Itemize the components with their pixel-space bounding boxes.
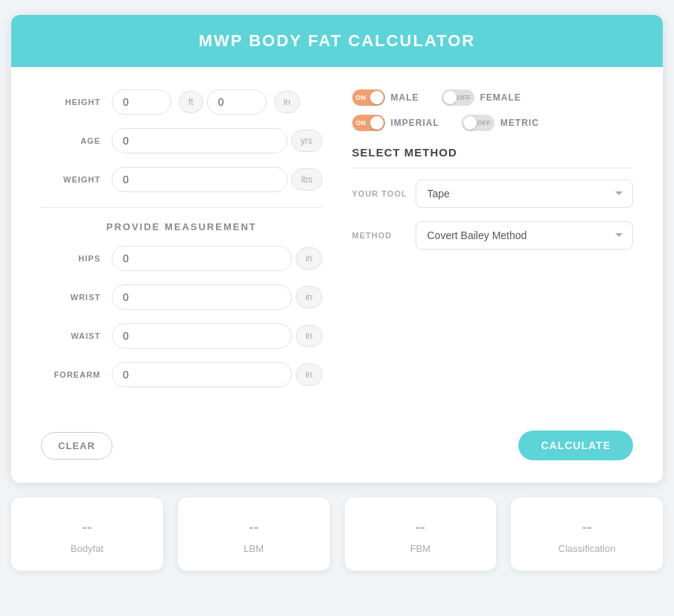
forearm-label: FOREARM: [41, 370, 101, 379]
classification-value: --: [522, 518, 652, 536]
weight-input[interactable]: [112, 167, 287, 192]
age-input[interactable]: [112, 128, 287, 153]
measurement-title: PROVIDE MEASUREMENT: [41, 221, 322, 232]
wrist-row: WRIST in: [41, 285, 322, 310]
lbm-label: LBM: [189, 543, 319, 554]
forearm-unit: in: [296, 363, 322, 386]
waist-row: WAIST in: [41, 323, 322, 349]
hips-input[interactable]: [112, 246, 292, 271]
forearm-input[interactable]: [112, 362, 292, 387]
tool-row: YOUR TOOL Tape Calipers Dexa: [352, 180, 634, 208]
waist-unit: in: [296, 325, 322, 347]
result-card-lbm: -- LBM: [178, 498, 330, 571]
waist-label: WAIST: [41, 331, 101, 340]
result-card-bodyfat: -- Bodyfat: [11, 498, 163, 571]
forearm-group: in: [112, 362, 322, 387]
method-row: METHOD Covert Bailey Method US Navy Meth…: [352, 221, 634, 250]
classification-label: Classification: [522, 543, 652, 554]
results-row: -- Bodyfat -- LBM -- FBM -- Classificati…: [11, 498, 663, 571]
lbm-value: --: [189, 518, 319, 536]
age-group: yrs: [112, 128, 322, 153]
height-ft-unit: ft: [179, 91, 203, 113]
hips-row: HIPS in: [41, 246, 322, 271]
age-unit: yrs: [291, 130, 322, 152]
right-panel: ON MALE OFF FEMALE ON: [352, 89, 634, 401]
female-toggle-item: OFF FEMALE: [442, 89, 521, 106]
height-row: HEIGHT ft in: [41, 89, 322, 115]
result-card-classification: -- Classification: [511, 498, 663, 571]
imperial-toggle[interactable]: ON: [352, 115, 385, 131]
gender-toggle-pair: ON MALE OFF FEMALE: [352, 89, 634, 106]
measurement-section: PROVIDE MEASUREMENT HIPS in WRIST in: [41, 207, 322, 387]
page-title: MWP BODY FAT CALCULATOR: [199, 31, 476, 50]
imperial-toggle-knob: [370, 116, 384, 130]
weight-unit: lbs: [291, 168, 322, 191]
hips-group: in: [112, 246, 322, 271]
male-toggle[interactable]: ON: [352, 89, 385, 106]
fbm-label: FBM: [356, 543, 486, 554]
weight-label: WEIGHT: [41, 175, 101, 184]
select-method-title: SELECT METHOD: [352, 146, 634, 168]
metric-label: METRIC: [500, 118, 539, 128]
metric-toggle-item: OFF METRIC: [462, 115, 539, 131]
height-label: HEIGHT: [41, 98, 101, 107]
waist-input[interactable]: [112, 323, 292, 349]
calculator-container: MWP BODY FAT CALCULATOR HEIGHT ft in AGE: [11, 15, 663, 483]
clear-button[interactable]: CLEAR: [41, 432, 112, 460]
age-label: AGE: [41, 136, 101, 145]
female-label: FEMALE: [480, 92, 521, 103]
female-toggle[interactable]: OFF: [442, 89, 474, 106]
male-toggle-knob: [370, 91, 384, 104]
method-select[interactable]: Covert Bailey Method US Navy Method Army…: [416, 221, 634, 250]
left-panel: HEIGHT ft in AGE yrs WEIGHT: [41, 89, 322, 401]
bodyfat-label: Bodyfat: [22, 543, 152, 554]
metric-toggle[interactable]: OFF: [462, 115, 495, 131]
page-header: MWP BODY FAT CALCULATOR: [11, 15, 663, 67]
fbm-value: --: [356, 518, 486, 536]
tool-select[interactable]: Tape Calipers Dexa: [416, 180, 634, 208]
age-row: AGE yrs: [41, 128, 322, 153]
wrist-group: in: [112, 285, 322, 310]
male-label: MALE: [391, 92, 419, 103]
wrist-unit: in: [296, 286, 322, 308]
imperial-label: IMPERIAL: [391, 118, 439, 128]
forearm-row: FOREARM in: [41, 362, 322, 387]
unit-toggle-pair: ON IMPERIAL OFF METRIC: [352, 115, 634, 131]
height-group: ft in: [112, 89, 322, 115]
male-toggle-item: ON MALE: [352, 89, 419, 106]
wrist-input[interactable]: [112, 285, 292, 310]
calculator-body: HEIGHT ft in AGE yrs WEIGHT: [11, 67, 663, 423]
method-label: METHOD: [352, 231, 416, 240]
height-ft-input[interactable]: [112, 89, 171, 115]
imperial-toggle-item: ON IMPERIAL: [352, 115, 439, 131]
metric-toggle-knob: [463, 116, 477, 130]
female-toggle-knob: [443, 91, 457, 104]
weight-group: lbs: [112, 167, 322, 192]
hips-unit: in: [296, 247, 322, 270]
calculate-button[interactable]: CALCULATE: [518, 431, 633, 460]
bodyfat-value: --: [22, 518, 152, 536]
height-in-unit: in: [274, 91, 300, 113]
tool-label: YOUR TOOL: [352, 189, 416, 198]
weight-row: WEIGHT lbs: [41, 167, 322, 192]
height-in-input[interactable]: [207, 89, 267, 115]
buttons-row: CLEAR CALCULATE: [11, 423, 663, 483]
waist-group: in: [112, 323, 322, 349]
wrist-label: WRIST: [41, 293, 101, 302]
hips-label: HIPS: [41, 254, 101, 263]
result-card-fbm: -- FBM: [345, 498, 497, 571]
